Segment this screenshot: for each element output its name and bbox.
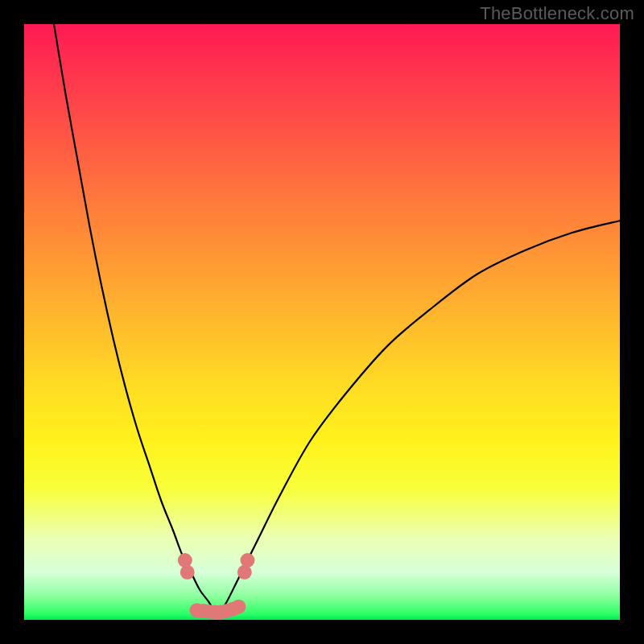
data-point	[241, 553, 255, 568]
curve-layer	[24, 24, 620, 620]
data-point	[231, 600, 246, 614]
watermark-text: TheBottleneck.com	[480, 3, 634, 24]
data-point	[180, 565, 195, 580]
curve-left-curve	[54, 24, 218, 617]
plot-area	[24, 24, 620, 620]
curve-right-curve	[218, 221, 621, 617]
data-point	[178, 553, 192, 568]
outer-frame: TheBottleneck.com	[0, 0, 644, 644]
